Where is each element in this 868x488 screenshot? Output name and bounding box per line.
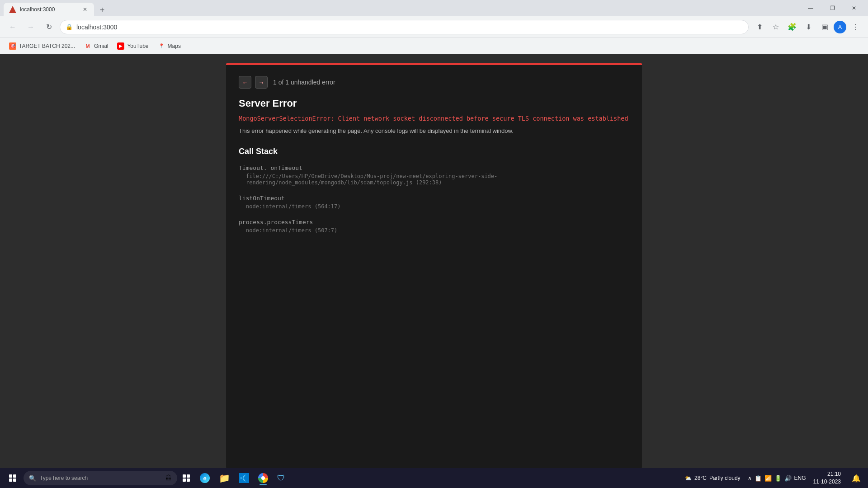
stack-entry-2: process.processTimers node:internal/time… (239, 219, 629, 234)
notification-area-icon[interactable]: 📋 (755, 475, 762, 482)
clock-date: 11-10-2023 (813, 478, 841, 486)
forward-button[interactable]: → (24, 20, 38, 34)
maximize-button[interactable]: ❐ (822, 0, 843, 16)
maps-favicon-icon: 📍 (158, 42, 165, 50)
weather-icon: ⛅ (685, 475, 692, 481)
weather-temp: 28°C (694, 475, 707, 481)
bookmark-youtube[interactable]: ▶ YouTube (113, 41, 152, 52)
bookmark-target-label: TARGET BATCH 202... (19, 43, 75, 49)
bookmark-maps[interactable]: 📍 Maps (154, 41, 184, 52)
cortana-icon: 🏛 (165, 474, 172, 482)
address-secure-icon: 🔒 (66, 23, 73, 30)
error-container: ← → 1 of 1 unhandled error Server Error … (226, 63, 642, 468)
call-stack-title: Call Stack (239, 147, 629, 156)
error-description: This error happened while generating the… (239, 127, 629, 134)
reload-button[interactable]: ↻ (42, 20, 56, 34)
stack-file-0: file:///C:/Users/HP/OneDrive/Desktop/Mus… (239, 173, 629, 186)
task-view-button[interactable] (179, 470, 194, 486)
close-button[interactable]: ✕ (844, 0, 864, 16)
toolbar-right-icons: ⬆ ☆ 🧩 ⬇ ▣ A ⋮ (752, 20, 863, 34)
vscode-icon (239, 473, 249, 483)
title-bar: localhost:3000 ✕ + — ❐ ✕ (0, 0, 868, 16)
error-navigation: ← → 1 of 1 unhandled error (239, 76, 629, 89)
start-button[interactable] (4, 470, 22, 486)
stack-function-0: Timeout._onTimeout (239, 164, 629, 171)
file-explorer-button[interactable]: 📁 (215, 470, 234, 486)
stack-function-2: process.processTimers (239, 219, 629, 225)
profile-avatar[interactable]: A (834, 21, 846, 33)
address-bar[interactable]: 🔒 localhost:3000 (60, 20, 749, 34)
active-tab[interactable]: localhost:3000 ✕ (4, 3, 94, 16)
notification-bell-icon: 🔔 (852, 474, 861, 483)
taskbar-search[interactable]: 🔍 Type here to search 🏛 (24, 471, 177, 485)
clock-time: 21:10 (813, 470, 841, 478)
weather-widget[interactable]: ⛅ 28°C Partly cloudy (681, 473, 744, 483)
bookmarks-bar: 🎯 TARGET BATCH 202... M Gmail ▶ YouTube … (0, 38, 868, 54)
shield-icon: 🛡 (277, 474, 285, 483)
sidebar-toggle-icon[interactable]: ▣ (817, 20, 832, 34)
bookmark-maps-label: Maps (168, 43, 181, 49)
stack-file-2: node:internal/timers (507:7) (239, 227, 629, 234)
browser-toolbar: ← → ↻ 🔒 localhost:3000 ⬆ ☆ 🧩 ⬇ ▣ A ⋮ (0, 16, 868, 38)
new-tab-button[interactable]: + (96, 4, 108, 16)
error-title: Server Error (239, 98, 629, 109)
weather-condition: Partly cloudy (709, 475, 741, 481)
error-message: MongoServerSelectionError: Client networ… (239, 114, 629, 123)
clock[interactable]: 21:10 11-10-2023 (810, 469, 844, 487)
taskbar: 🔍 Type here to search 🏛 e 📁 🛡 (0, 468, 868, 488)
youtube-favicon-icon: ▶ (117, 42, 124, 50)
search-icon: 🔍 (29, 475, 36, 482)
bookmark-youtube-label: YouTube (127, 43, 148, 49)
edge-icon: e (200, 473, 210, 483)
stack-file-1: node:internal/timers (564:17) (239, 203, 629, 210)
stack-entry-0: Timeout._onTimeout file:///C:/Users/HP/O… (239, 164, 629, 186)
chrome-taskbar-button[interactable] (255, 470, 272, 486)
battery-icon[interactable]: 🔋 (774, 475, 782, 482)
edge-taskbar-button[interactable]: e (196, 470, 213, 486)
target-favicon-icon: 🎯 (9, 42, 16, 50)
folder-icon: 📁 (219, 473, 230, 483)
tab-strip: localhost:3000 ✕ + (4, 0, 800, 16)
share-icon[interactable]: ⬆ (752, 20, 767, 34)
menu-icon[interactable]: ⋮ (848, 20, 863, 34)
back-button[interactable]: ← (5, 20, 20, 34)
minimize-button[interactable]: — (800, 0, 821, 16)
task-view-icon (183, 474, 191, 482)
stack-function-1: listOnTimeout (239, 195, 629, 202)
error-prev-button[interactable]: ← (239, 76, 251, 89)
stack-entry-1: listOnTimeout node:internal/timers (564:… (239, 195, 629, 210)
notification-center-button[interactable]: 🔔 (848, 470, 864, 486)
system-icons-group: ∧ 📋 📶 🔋 🔊 ENG (748, 475, 806, 482)
page-content: ← → 1 of 1 unhandled error Server Error … (0, 54, 868, 468)
shield-taskbar-button[interactable]: 🛡 (274, 470, 289, 486)
error-next-button[interactable]: → (255, 76, 268, 89)
extensions-icon[interactable]: 🧩 (785, 20, 799, 34)
tab-title: localhost:3000 (20, 6, 78, 13)
address-text: localhost:3000 (76, 23, 743, 31)
system-tray: ⛅ 28°C Partly cloudy ∧ 📋 📶 🔋 🔊 ENG 21:10… (681, 469, 864, 487)
bookmark-target[interactable]: 🎯 TARGET BATCH 202... (5, 41, 79, 52)
tab-close-button[interactable]: ✕ (81, 6, 89, 13)
gmail-favicon-icon: M (84, 42, 91, 50)
windows-icon (9, 474, 16, 482)
search-placeholder-text: Type here to search (40, 475, 88, 481)
wifi-icon[interactable]: 📶 (764, 475, 772, 482)
tab-favicon-icon (9, 6, 16, 13)
chrome-icon (258, 473, 268, 483)
error-count-label: 1 of 1 unhandled error (273, 79, 335, 86)
window-controls: — ❐ ✕ (800, 0, 864, 16)
language-label[interactable]: ENG (794, 475, 806, 481)
show-hidden-icon[interactable]: ∧ (748, 475, 752, 481)
download-icon[interactable]: ⬇ (801, 20, 816, 34)
bookmark-gmail-label: Gmail (94, 43, 108, 49)
bookmark-icon[interactable]: ☆ (769, 20, 783, 34)
bookmark-gmail[interactable]: M Gmail (80, 41, 112, 52)
vscode-taskbar-button[interactable] (236, 470, 253, 486)
volume-icon[interactable]: 🔊 (784, 475, 792, 482)
